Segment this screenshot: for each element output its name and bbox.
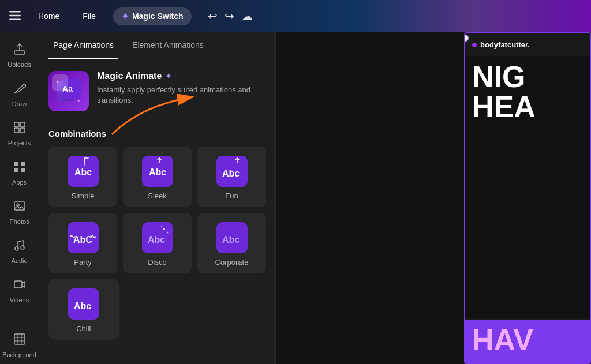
tab-element-animations[interactable]: Element Animations — [128, 32, 208, 59]
sidebar-icons: Uploads Draw Projects — [0, 32, 39, 364]
magic-star-icon: ✦ — [121, 11, 129, 22]
combo-sleek[interactable]: Abc Sleek — [123, 147, 192, 207]
panel-tabs: Page Animations Element Animations — [39, 32, 275, 59]
background-label: Background — [2, 351, 36, 358]
menu-button[interactable] — [9, 10, 21, 23]
combo-chill-icon: Abc — [68, 288, 99, 320]
svg-rect-1 — [9, 14, 21, 16]
magic-animate-card[interactable]: Aa ✦ ✦ Magic Animate ✦ Instantly apply p… — [39, 59, 275, 123]
magic-animate-info: Magic Animate ✦ Instantly apply perfectl… — [97, 71, 266, 106]
svg-rect-2 — [9, 18, 21, 20]
projects-icon — [13, 121, 26, 137]
combo-simple[interactable]: Abc Simple — [48, 147, 117, 207]
svg-rect-9 — [14, 162, 18, 166]
topbar-left: Home File ✦ Magic Switch ↩ ↪ ☁ — [9, 7, 253, 25]
projects-label: Projects — [8, 140, 31, 147]
svg-rect-0 — [9, 11, 21, 13]
svg-text:✦: ✦ — [77, 99, 80, 103]
brand-dot — [472, 43, 477, 47]
magic-badge-icon: ✦ — [165, 72, 172, 81]
combo-fun-label: Fun — [225, 192, 238, 200]
canvas-content: bodyfatcutter. NIG HEA HAV — [276, 32, 591, 364]
magic-animate-description: Instantly apply perfectly suited animati… — [97, 85, 266, 106]
combo-corporate-label: Corporate — [215, 258, 249, 267]
sidebar-item-background[interactable]: Background — [2, 327, 37, 364]
combinations-single-row: Abc Chill — [48, 279, 266, 340]
undo-button[interactable]: ↩ — [208, 9, 218, 23]
file-button[interactable]: File — [77, 8, 102, 24]
magic-switch-button[interactable]: ✦ Magic Switch — [113, 7, 192, 25]
redo-button[interactable]: ↪ — [225, 9, 234, 23]
svg-text:Abc: Abc — [74, 301, 91, 311]
sidebar-item-projects[interactable]: Projects — [2, 115, 37, 152]
combo-chill-label: Chill — [76, 324, 91, 333]
sidebar-item-draw[interactable]: Draw — [2, 76, 37, 113]
combo-party-icon: AbC — [68, 222, 99, 253]
preview-header: bodyfatcutter. — [465, 33, 590, 56]
svg-text:Abc: Abc — [149, 167, 166, 177]
svg-text:AbC: AbC — [73, 235, 92, 245]
svg-rect-10 — [21, 162, 25, 166]
panel: Page Animations Element Animations Aa — [39, 32, 276, 364]
svg-text:Abc: Abc — [74, 167, 92, 177]
svg-rect-12 — [21, 168, 25, 172]
svg-rect-6 — [20, 122, 25, 127]
preview-bottom-bar — [465, 359, 590, 363]
sidebar-item-audio[interactable]: Audio — [2, 233, 37, 270]
svg-rect-17 — [14, 281, 22, 288]
magic-switch-label: Magic Switch — [132, 12, 184, 21]
combo-fun[interactable]: Abc Fun — [197, 147, 266, 207]
svg-point-44 — [161, 226, 162, 227]
uploads-icon — [13, 43, 26, 59]
combinations-section: Combinations Abc Simple — [39, 129, 275, 340]
svg-text:✦: ✦ — [55, 80, 59, 85]
svg-rect-18 — [14, 334, 25, 344]
svg-line-4 — [14, 92, 16, 93]
combo-disco-label: Disco — [148, 258, 167, 267]
tab-page-animations[interactable]: Page Animations — [48, 32, 118, 59]
combo-sleek-icon: Abc — [142, 156, 173, 187]
sidebar-item-photos[interactable]: Photos — [2, 194, 37, 231]
audio-label: Audio — [11, 257, 27, 264]
svg-rect-3 — [14, 51, 25, 54]
draw-icon — [13, 82, 26, 98]
svg-point-43 — [166, 232, 168, 234]
sidebar-item-uploads[interactable]: Uploads — [2, 37, 37, 74]
combo-sleek-label: Sleek — [148, 192, 167, 200]
sidebar-item-videos[interactable]: Videos — [2, 272, 37, 309]
preview-purple-bar: HAV — [465, 320, 590, 359]
magic-animate-title-text: Magic Animate — [97, 71, 162, 81]
svg-rect-8 — [20, 128, 25, 133]
apps-label: Apps — [12, 179, 27, 186]
combo-disco[interactable]: Abc Disco — [123, 213, 192, 273]
photos-label: Photos — [9, 218, 29, 225]
preview-title-line1: NIG — [472, 62, 583, 92]
videos-label: Videos — [10, 297, 29, 303]
svg-text:Abc: Abc — [222, 168, 240, 178]
design-preview[interactable]: bodyfatcutter. NIG HEA HAV — [464, 32, 591, 364]
background-icon — [13, 333, 26, 349]
save-cloud-button[interactable]: ☁ — [241, 9, 253, 23]
combo-simple-label: Simple — [72, 192, 95, 200]
combinations-label: Combinations — [48, 129, 266, 138]
canvas-area: Edit image Crop Flip i — [276, 32, 591, 364]
svg-text:Abc: Abc — [148, 235, 165, 245]
combo-fun-icon: Abc — [216, 156, 248, 187]
topbar: Home File ✦ Magic Switch ↩ ↪ ☁ — [0, 0, 591, 32]
preview-purple-text: HAV — [472, 325, 583, 355]
combo-corporate[interactable]: Abc Corporate — [197, 213, 266, 273]
sidebar-item-apps[interactable]: Apps — [2, 155, 37, 192]
videos-icon — [13, 278, 26, 294]
magic-animate-title: Magic Animate ✦ — [97, 71, 266, 81]
home-button[interactable]: Home — [32, 8, 65, 24]
combo-disco-icon: Abc — [142, 222, 173, 253]
combo-corporate-icon: Abc — [216, 222, 248, 253]
combo-party[interactable]: AbC Party — [48, 213, 117, 273]
magic-animate-icon: Aa ✦ ✦ — [48, 71, 89, 111]
svg-rect-5 — [14, 122, 19, 127]
main-layout: Uploads Draw Projects — [0, 32, 591, 364]
svg-rect-11 — [14, 168, 18, 172]
combo-simple-icon: Abc — [68, 156, 99, 187]
combo-chill[interactable]: Abc Chill — [48, 279, 119, 340]
svg-text:Abc: Abc — [222, 235, 240, 245]
